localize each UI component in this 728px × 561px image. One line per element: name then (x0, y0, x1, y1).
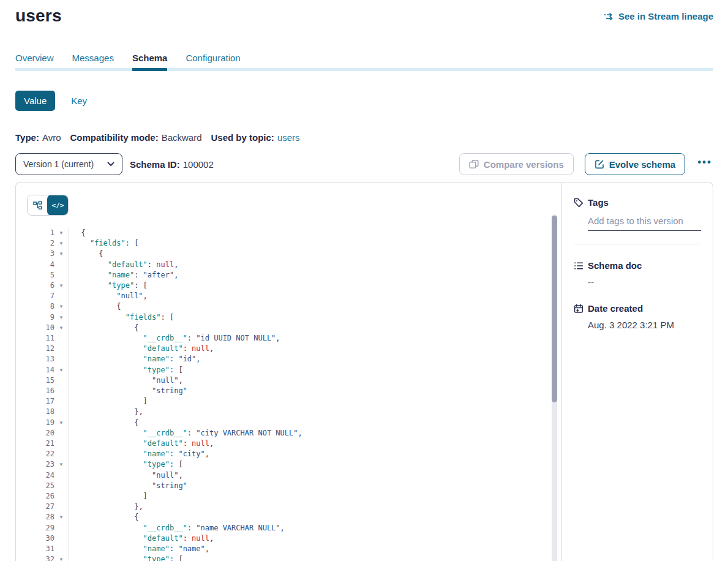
schema-doc-icon (574, 261, 584, 271)
line-number: 12 (27, 344, 54, 354)
fold-spacer (54, 260, 68, 270)
version-select[interactable]: Version 1 (current) (15, 153, 122, 175)
meta-item: Used by topic:users (211, 132, 300, 143)
code-text: "type": [ (69, 280, 148, 291)
stream-lineage-link[interactable]: See in Stream lineage (604, 11, 713, 21)
fold-toggle-icon[interactable]: ▼ (54, 554, 68, 561)
meta-item: Compatibility mode:Backward (70, 132, 201, 143)
version-select-value: Version 1 (current) (23, 159, 94, 169)
code-line: 11 "__crdb__": "id UUID NOT NULL", (27, 333, 561, 344)
code-text: "name": "name", (69, 544, 209, 554)
fold-spacer (54, 449, 68, 459)
line-number: 2 (27, 238, 54, 249)
fold-toggle-icon[interactable]: ▼ (54, 228, 68, 238)
schema-doc-value: -- (588, 277, 700, 287)
code-text: "null", (69, 291, 148, 301)
code-text: "__crdb__": "name VARCHAR NULL", (69, 523, 285, 533)
editor-scrollbar (552, 214, 557, 561)
tab-messages[interactable]: Messages (72, 53, 114, 71)
line-number: 16 (27, 386, 54, 396)
line-number: 30 (27, 533, 54, 544)
code-text: "__crdb__": "city VARCHAR NOT NULL", (69, 428, 302, 439)
fold-spacer (54, 333, 68, 344)
line-number: 6 (27, 280, 54, 291)
meta-item: Type:Avro (15, 132, 61, 143)
code-line: 13 "name": "id", (27, 354, 561, 364)
code-text: "name": "after", (69, 270, 178, 280)
code-line: 8▼ { (27, 301, 561, 312)
line-number: 29 (27, 523, 54, 533)
fold-spacer (54, 481, 68, 491)
meta-value: Avro (42, 132, 61, 143)
tag-icon (574, 198, 584, 208)
code-line: 23▼ "type": [ (27, 459, 561, 470)
fold-toggle-icon[interactable]: ▼ (54, 459, 68, 470)
code-line: 4 "default": null, (27, 260, 561, 270)
code-view-button[interactable]: </> (47, 195, 69, 216)
code-line: 18 }, (27, 407, 561, 417)
code-text: "null", (69, 470, 183, 481)
code-line: 30 "default": null, (27, 533, 561, 544)
compare-versions-button[interactable]: Compare versions (459, 153, 574, 175)
code-line: 9▼ "fields": [ (27, 312, 561, 323)
line-number: 24 (27, 470, 54, 481)
fold-toggle-icon[interactable]: ▼ (54, 280, 68, 291)
code-text: "string" (69, 386, 187, 396)
line-number: 10 (27, 323, 54, 333)
calendar-icon (574, 304, 584, 314)
schema-code-editor[interactable]: 1▼ {2▼ "fields": [3▼ {4 "default": null,… (27, 228, 561, 561)
code-text: "type": [ (69, 365, 183, 375)
meta-value-link[interactable]: users (277, 132, 300, 143)
code-text: }, (69, 407, 143, 417)
fold-toggle-icon[interactable]: ▼ (54, 249, 68, 259)
tree-view-button[interactable] (28, 195, 48, 215)
schema-card: </> 1▼ {2▼ "fields": [3▼ {4 "default": n… (15, 182, 713, 561)
line-number: 7 (27, 291, 54, 301)
code-text: "name": "id", (69, 354, 201, 364)
code-line: 2▼ "fields": [ (27, 238, 561, 249)
line-number: 28 (27, 512, 54, 522)
tab-schema[interactable]: Schema (132, 53, 168, 71)
tags-input[interactable] (588, 216, 701, 231)
code-line: 21 "default": null, (27, 439, 561, 449)
tags-section-header: Tags (574, 197, 700, 208)
page-title: users (15, 6, 62, 26)
editor-scrollbar-thumb[interactable] (552, 216, 557, 402)
tabs: OverviewMessagesSchemaConfiguration (15, 53, 713, 71)
fold-toggle-icon[interactable]: ▼ (54, 512, 68, 522)
code-text: "string" (69, 481, 187, 491)
fold-spacer (54, 375, 68, 386)
code-line: 27 }, (27, 502, 561, 512)
fold-toggle-icon[interactable]: ▼ (54, 418, 68, 428)
tab-overview[interactable]: Overview (15, 53, 54, 71)
fold-toggle-icon[interactable]: ▼ (54, 238, 68, 249)
code-text: { (69, 323, 138, 333)
code-line: 19▼ { (27, 418, 561, 428)
key-toggle-link[interactable]: Key (71, 96, 87, 106)
fold-toggle-icon[interactable]: ▼ (54, 365, 68, 375)
fold-spacer (54, 407, 68, 417)
line-number: 26 (27, 491, 54, 502)
more-actions-button[interactable]: ••• (696, 156, 713, 172)
code-text: { (69, 249, 103, 259)
fold-toggle-icon[interactable]: ▼ (54, 301, 68, 312)
evolve-schema-button[interactable]: Evolve schema (585, 153, 685, 175)
compare-versions-label: Compare versions (484, 159, 564, 170)
code-line: 17 ] (27, 396, 561, 407)
line-number: 17 (27, 396, 54, 407)
value-toggle-button[interactable]: Value (15, 91, 55, 111)
evolve-schema-label: Evolve schema (609, 159, 675, 170)
line-number: 11 (27, 333, 54, 344)
fold-spacer (54, 533, 68, 544)
code-line: 20 "__crdb__": "city VARCHAR NOT NULL", (27, 428, 561, 439)
fold-toggle-icon[interactable]: ▼ (54, 312, 68, 323)
compare-versions-icon (469, 159, 479, 169)
code-text: "type": [ (69, 459, 183, 470)
line-number: 23 (27, 459, 54, 470)
fold-spacer (54, 544, 68, 554)
line-number: 27 (27, 502, 54, 512)
tab-configuration[interactable]: Configuration (186, 53, 240, 71)
schema-id-label: Schema ID: (130, 159, 180, 170)
line-number: 22 (27, 449, 54, 459)
fold-toggle-icon[interactable]: ▼ (54, 323, 68, 333)
